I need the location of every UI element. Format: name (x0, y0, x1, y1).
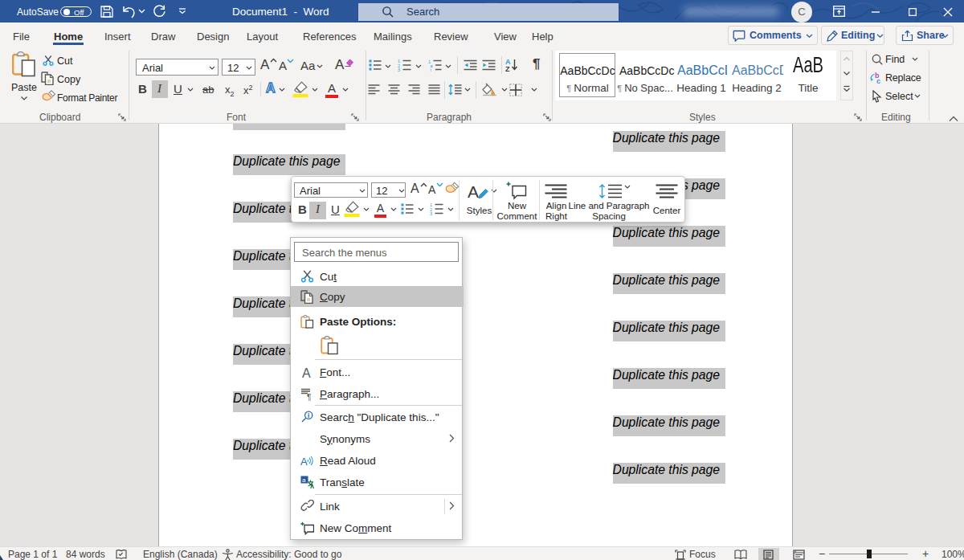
svg-text:A: A (468, 182, 479, 201)
svg-text:¶: ¶ (307, 393, 311, 401)
svg-text:c: c (876, 77, 880, 84)
svg-text:i: i (431, 67, 431, 72)
svg-text:3: 3 (398, 67, 400, 72)
svg-text:a: a (302, 476, 306, 484)
svg-text:3: 3 (430, 211, 432, 215)
svg-text:A: A (300, 456, 308, 468)
svg-text:A: A (302, 366, 311, 379)
svg-text:Z: Z (505, 65, 510, 72)
